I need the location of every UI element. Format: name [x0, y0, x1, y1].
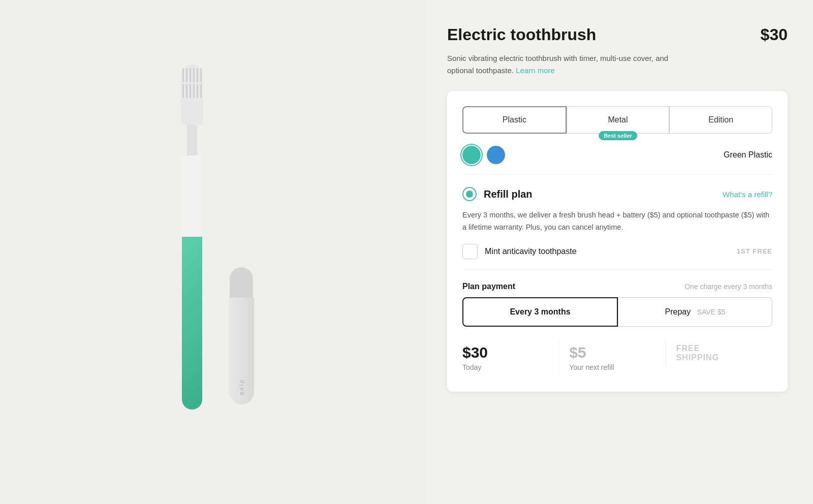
price-summary: $30 Today $5 Your next refill FREE SHIPP…: [462, 339, 772, 376]
shipping-text: SHIPPING: [676, 353, 719, 362]
color-label: Green Plastic: [724, 150, 772, 160]
travel-case-illustration: quip: [228, 267, 255, 410]
tab-edition[interactable]: Edition: [669, 106, 772, 134]
brush-handle-white: [182, 155, 202, 237]
first-free-badge: 1ST FREE: [737, 247, 772, 255]
color-swatch-green[interactable]: [462, 146, 481, 164]
every3-label: Every 3 months: [510, 307, 570, 316]
color-section: Green Plastic: [462, 146, 772, 175]
product-header: Electric toothbrush $30: [447, 25, 788, 44]
brush-neck: [187, 125, 197, 155]
tab-plastic-label: Plastic: [503, 115, 526, 124]
whats-refill-link[interactable]: What's a refill?: [723, 190, 772, 199]
case-cap: [230, 267, 253, 298]
refill-section: Refill plan What's a refill?: [462, 185, 772, 201]
page-container: quip Electric toothbrush $30 Sonic vibra…: [0, 0, 813, 504]
free-shipping-col: FREE SHIPPING: [666, 339, 772, 367]
bristle: [190, 68, 191, 82]
plan-payment-header: Plan payment One charge every 3 months: [462, 282, 772, 291]
bristle: [197, 68, 198, 82]
product-card: Plastic Metal Best seller Edition Green …: [447, 91, 788, 392]
tab-edition-label: Edition: [708, 115, 733, 124]
right-panel: Electric toothbrush $30 Sonic vibrating …: [427, 0, 813, 504]
bristle-row: [182, 68, 202, 82]
today-label: Today: [462, 363, 481, 371]
today-price-col: $30 Today: [462, 339, 558, 376]
tab-metal-label: Metal: [608, 115, 628, 124]
case-brand-text: quip: [238, 379, 244, 395]
plan-payment-label: Plan payment: [462, 282, 515, 291]
case-body: quip: [229, 298, 254, 404]
product-title: Electric toothbrush: [447, 25, 596, 44]
bristle: [186, 84, 187, 98]
product-description: Sonic vibrating electric toothbrush with…: [447, 52, 696, 77]
refill-amount: $5: [569, 344, 586, 361]
toothpaste-label: Mint anticavity toothpaste: [485, 247, 737, 256]
refill-radio[interactable]: [462, 187, 477, 201]
color-swatches: [462, 146, 724, 164]
refill-label-text: Your next refill: [569, 363, 614, 371]
product-price: $30: [761, 25, 788, 44]
bristle: [182, 84, 184, 98]
toothpaste-row: Mint anticavity toothpaste 1ST FREE: [462, 244, 772, 270]
plan-payment-section: Plan payment One charge every 3 months E…: [462, 282, 772, 327]
bristle-row: [182, 84, 202, 98]
brush-head: [181, 64, 203, 125]
free-text: FREE: [676, 344, 700, 353]
refill-description: Every 3 months, we deliver a fresh brush…: [462, 209, 772, 234]
bristle: [200, 68, 202, 82]
learn-more-link[interactable]: Learn more: [516, 66, 555, 75]
payment-btn-every3[interactable]: Every 3 months: [462, 297, 618, 327]
bristle: [197, 84, 198, 98]
toothpaste-checkbox[interactable]: [462, 244, 478, 259]
product-image-panel: quip: [0, 0, 427, 504]
payment-btn-prepay[interactable]: Prepay SAVE $5: [618, 297, 772, 327]
bristle: [186, 68, 187, 82]
tab-plastic[interactable]: Plastic: [462, 106, 567, 134]
brush-handle-green: [182, 237, 202, 410]
bristle: [190, 84, 191, 98]
refill-label: Refill plan: [484, 188, 723, 200]
bristle: [193, 84, 195, 98]
prepay-label: Prepay: [665, 307, 691, 316]
material-tabs: Plastic Metal Best seller Edition: [462, 106, 772, 134]
refill-radio-inner: [466, 191, 473, 198]
payment-buttons: Every 3 months Prepay SAVE $5: [462, 297, 772, 327]
product-image-area: quip: [172, 64, 255, 440]
refill-price-col: $5 Your next refill: [558, 339, 665, 376]
description-text: Sonic vibrating electric toothbrush with…: [447, 54, 668, 75]
tab-metal[interactable]: Metal Best seller: [567, 106, 670, 134]
bristle: [200, 84, 202, 98]
bristle: [182, 68, 184, 82]
bristle: [193, 68, 195, 82]
color-swatch-blue[interactable]: [487, 146, 505, 164]
toothbrush-illustration: [172, 64, 212, 410]
plan-payment-sublabel: One charge every 3 months: [684, 282, 772, 291]
best-seller-badge: Best seller: [599, 131, 637, 140]
prepay-save-badge: SAVE $5: [697, 308, 726, 316]
today-amount: $30: [462, 344, 488, 361]
